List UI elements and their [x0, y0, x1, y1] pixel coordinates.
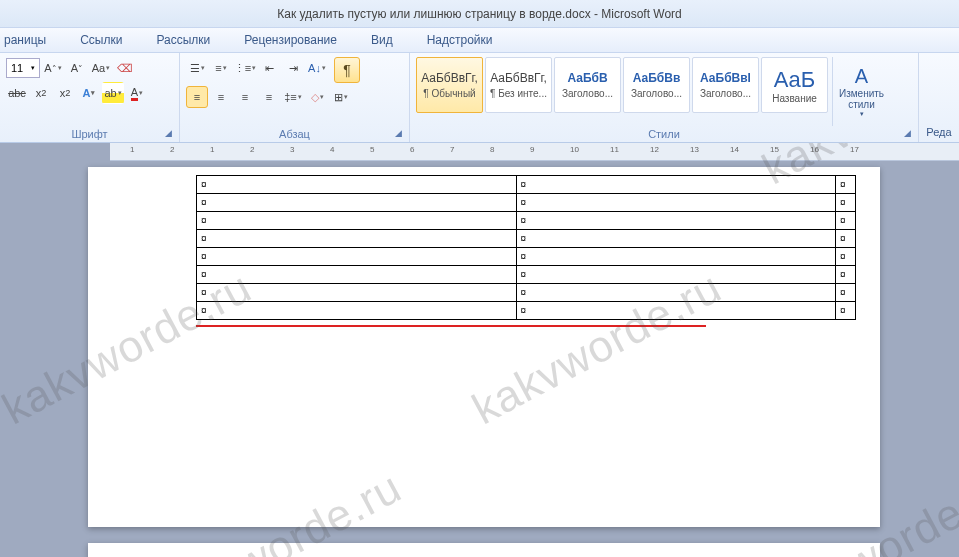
paragraph-dialog-launcher[interactable]: ◢	[395, 128, 407, 140]
text-effects-button[interactable]: A	[78, 82, 100, 104]
font-size-input[interactable]: 11▾	[6, 58, 40, 78]
table-cell[interactable]: ¤	[516, 230, 836, 248]
style-item[interactable]: АаБбВвГг,¶ Без инте...	[485, 57, 552, 113]
ribbon: 11▾ A˄ A˅ Aa ⌫ abc x2 x2 A ab A Шрифт ◢	[0, 53, 959, 143]
change-styles-button[interactable]: A Изменить стили ▾	[832, 57, 890, 126]
document-table[interactable]: ¤¤¤¤¤¤¤¤¤¤¤¤¤¤¤¤¤¤¤¤¤¤¤¤	[196, 175, 856, 320]
table-cell[interactable]: ¤	[197, 176, 517, 194]
table-cell[interactable]: ¤	[836, 284, 856, 302]
numbering-button[interactable]: ≡	[210, 57, 232, 79]
styles-dialog-launcher[interactable]: ◢	[904, 128, 916, 140]
tab-links[interactable]: Ссылки	[76, 31, 126, 49]
group-paragraph: ☰ ≡ ⋮≡ ⇤ ⇥ A↓ ¶ ≡ ≡ ≡ ≡ ‡≡ ◇ ⊞	[180, 53, 410, 142]
table-cell[interactable]: ¤	[516, 302, 836, 320]
tab-review[interactable]: Рецензирование	[240, 31, 341, 49]
table-cell[interactable]: ¤	[516, 284, 836, 302]
table-cell[interactable]: ¤	[836, 302, 856, 320]
table-cell[interactable]: ¤	[197, 266, 517, 284]
style-item[interactable]: АаБбВвЗаголово...	[623, 57, 690, 113]
table-cell[interactable]: ¤	[516, 266, 836, 284]
highlight-button[interactable]: ab	[102, 82, 124, 104]
table-cell[interactable]: ¤	[836, 230, 856, 248]
superscript-button[interactable]: x2	[54, 82, 76, 104]
decrease-indent-button[interactable]: ⇤	[258, 57, 280, 79]
style-item[interactable]: АаБбВЗаголово...	[554, 57, 621, 113]
align-center-button[interactable]: ≡	[210, 86, 232, 108]
table-cell[interactable]: ¤	[197, 194, 517, 212]
table-cell[interactable]: ¤	[836, 248, 856, 266]
ribbon-tabs: раницы Ссылки Рассылки Рецензирование Ви…	[0, 28, 959, 53]
tab-addins[interactable]: Надстройки	[423, 31, 497, 49]
table-cell[interactable]: ¤	[197, 284, 517, 302]
table-cell[interactable]: ¤	[836, 212, 856, 230]
shading-button[interactable]: ◇	[306, 86, 328, 108]
table-cell[interactable]: ¤	[836, 176, 856, 194]
tab-pages[interactable]: раницы	[0, 31, 50, 49]
font-dialog-launcher[interactable]: ◢	[165, 128, 177, 140]
sort-button[interactable]: A↓	[306, 57, 328, 79]
table-cell[interactable]: ¤	[516, 212, 836, 230]
group-label-font: Шрифт	[6, 126, 173, 140]
tab-mailings[interactable]: Рассылки	[152, 31, 214, 49]
table-cell[interactable]: ¤	[197, 302, 517, 320]
line-spacing-button[interactable]: ‡≡	[282, 86, 304, 108]
justify-button[interactable]: ≡	[258, 86, 280, 108]
table-cell[interactable]: ¤	[197, 212, 517, 230]
align-left-button[interactable]: ≡	[186, 86, 208, 108]
table-cell[interactable]: ¤	[197, 248, 517, 266]
bullets-button[interactable]: ☰	[186, 57, 208, 79]
change-styles-icon: A	[855, 65, 868, 88]
table-cell[interactable]: ¤	[836, 194, 856, 212]
style-item[interactable]: АаБбВвГг,¶ Обычный	[416, 57, 483, 113]
table-cell[interactable]: ¤	[836, 266, 856, 284]
horizontal-ruler[interactable]: 121234567891011121314151617	[110, 143, 959, 161]
style-item[interactable]: АаБбВвІЗаголово...	[692, 57, 759, 113]
group-styles: АаБбВвГг,¶ ОбычныйАаБбВвГг,¶ Без инте...…	[410, 53, 919, 142]
group-font: 11▾ A˄ A˅ Aa ⌫ abc x2 x2 A ab A Шрифт ◢	[0, 53, 180, 142]
clear-formatting-button[interactable]: ⌫	[114, 57, 136, 79]
table-cell[interactable]: ¤	[516, 194, 836, 212]
align-right-button[interactable]: ≡	[234, 86, 256, 108]
borders-button[interactable]: ⊞	[330, 86, 352, 108]
table-cell[interactable]: ¤	[516, 176, 836, 194]
strikethrough-button[interactable]: abc	[6, 82, 28, 104]
increase-indent-button[interactable]: ⇥	[282, 57, 304, 79]
group-label-paragraph: Абзац	[186, 126, 403, 140]
group-label-styles: Стили	[416, 126, 912, 140]
tab-view[interactable]: Вид	[367, 31, 397, 49]
page-2[interactable]: ¶	[88, 543, 880, 557]
show-hide-button[interactable]: ¶	[334, 57, 360, 83]
font-color-button[interactable]: A	[126, 82, 148, 104]
table-cell[interactable]: ¤	[516, 248, 836, 266]
window-titlebar: Как удалить пустую или лишнюю страницу в…	[0, 0, 959, 28]
multilevel-button[interactable]: ⋮≡	[234, 57, 256, 79]
annotation-line-1	[196, 325, 706, 327]
grow-font-button[interactable]: A˄	[42, 57, 64, 79]
change-case-button[interactable]: Aa	[90, 57, 112, 79]
editing-label: Реда	[926, 126, 951, 138]
table-cell[interactable]: ¤	[197, 230, 517, 248]
subscript-button[interactable]: x2	[30, 82, 52, 104]
page-1[interactable]: ¤¤¤¤¤¤¤¤¤¤¤¤¤¤¤¤¤¤¤¤¤¤¤¤	[88, 167, 880, 527]
document-workspace[interactable]: 121234567891011121314151617 ¤¤¤¤¤¤¤¤¤¤¤¤…	[0, 143, 959, 557]
window-title: Как удалить пустую или лишнюю страницу в…	[277, 7, 682, 21]
style-item[interactable]: АаБНазвание	[761, 57, 828, 113]
group-editing: Реда	[919, 53, 959, 142]
styles-gallery[interactable]: АаБбВвГг,¶ ОбычныйАаБбВвГг,¶ Без инте...…	[416, 57, 828, 126]
shrink-font-button[interactable]: A˅	[66, 57, 88, 79]
